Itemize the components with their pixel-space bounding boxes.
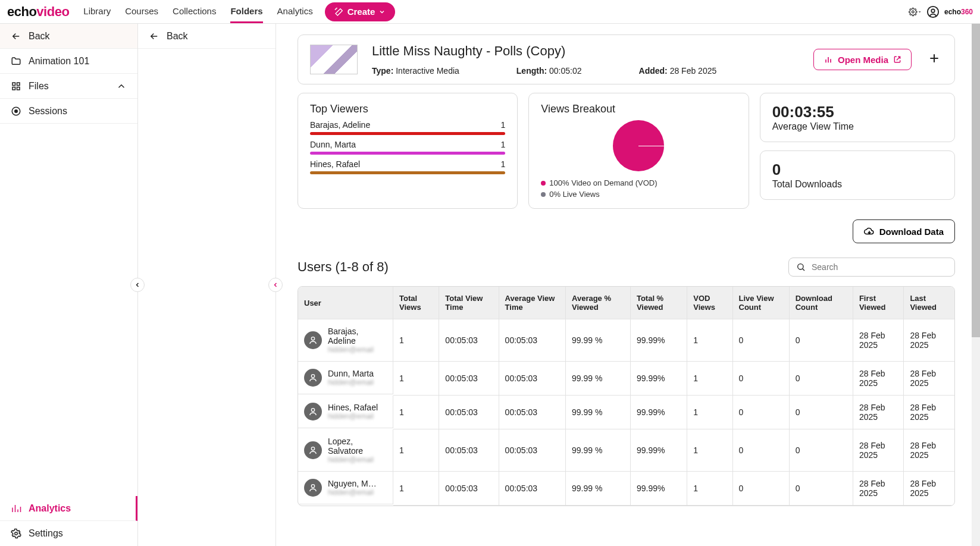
top-viewer-bar: [310, 132, 505, 135]
cell-last: 28 Feb 2025: [904, 319, 954, 362]
inner-panel: Back: [138, 24, 276, 546]
cell-vod: 1: [687, 319, 732, 362]
cell-total-views: 1: [393, 429, 439, 472]
cell-last: 28 Feb 2025: [904, 396, 954, 429]
total-downloads-value: 0: [772, 161, 943, 179]
cell-total-views: 1: [393, 362, 439, 396]
top-viewer-count: 1: [501, 120, 506, 130]
users-col-header[interactable]: VOD Views: [687, 287, 732, 319]
legend-item: 100% Video on Demand (VOD): [541, 178, 736, 187]
svg-point-15: [311, 485, 314, 488]
sidebar-item-label: Animation 101: [29, 56, 89, 67]
person-icon: [308, 483, 318, 492]
nav-collections[interactable]: Collections: [173, 0, 216, 23]
user-name: Dunn, Martahidden@email: [328, 369, 374, 387]
cell-avg-pct: 99.99 %: [566, 472, 631, 506]
user-name: Hines, Rafaelhidden@email: [328, 403, 378, 421]
add-button[interactable]: [926, 51, 943, 68]
users-col-header[interactable]: Download Count: [790, 287, 853, 319]
inner-back-label: Back: [167, 31, 188, 42]
scrollbar-thumb[interactable]: [972, 24, 980, 337]
sidebar-footer-label: Analytics: [29, 503, 71, 514]
cell-total-time: 00:05:03: [439, 362, 499, 396]
cell-avg-time: 00:05:03: [499, 319, 566, 362]
cell-tot-pct: 99.99%: [631, 429, 687, 472]
cell-tot-pct: 99.99%: [631, 319, 687, 362]
open-media-button[interactable]: Open Media: [813, 49, 912, 70]
account-button[interactable]: [926, 5, 940, 18]
logo-text-1: echo: [7, 4, 36, 19]
cell-first: 28 Feb 2025: [853, 319, 904, 362]
cell-avg-time: 00:05:03: [499, 362, 566, 396]
sidebar-item-files[interactable]: Files: [0, 74, 137, 99]
svg-rect-3: [12, 83, 15, 86]
users-col-header[interactable]: Last Viewed: [904, 287, 954, 319]
bar-chart-icon: [824, 55, 833, 64]
sidebar-footer-settings[interactable]: Settings: [0, 521, 137, 546]
cell-vod: 1: [687, 362, 732, 396]
cell-total-views: 1: [393, 319, 439, 362]
users-col-header[interactable]: Average View Time: [499, 287, 566, 319]
users-search-input[interactable]: [810, 262, 947, 272]
inner-collapse-button[interactable]: [268, 278, 283, 292]
analytics-icon: [11, 503, 21, 514]
app-logo[interactable]: echovideo: [7, 4, 69, 20]
sidebar-item-label: Files: [29, 81, 49, 92]
cell-dl: 0: [790, 362, 853, 396]
sidebar-item-sessions[interactable]: Sessions: [0, 99, 137, 124]
cell-vod: 1: [687, 396, 732, 429]
nav-library[interactable]: Library: [83, 0, 111, 23]
users-col-header[interactable]: User: [298, 287, 393, 319]
topnav: Library Courses Collections Folders Anal…: [83, 0, 312, 23]
avatar: [304, 403, 322, 421]
sidebar-back-label: Back: [29, 31, 50, 42]
stats-row: Top Viewers Barajas, Adeline1Dunn, Marta…: [298, 93, 955, 209]
sidebar-footer-analytics[interactable]: Analytics: [0, 496, 137, 521]
download-data-button[interactable]: Download Data: [853, 219, 955, 243]
users-col-header[interactable]: Total View Time: [439, 287, 499, 319]
create-button[interactable]: Create: [325, 2, 396, 21]
users-col-header[interactable]: Total Views: [393, 287, 439, 319]
settings-menu-button[interactable]: [909, 5, 922, 18]
views-breakout-title: Views Breakout: [541, 103, 736, 115]
inner-back-button[interactable]: Back: [138, 24, 275, 49]
avg-view-time-card: 00:03:55 Average View Time: [760, 93, 955, 142]
top-viewer-count: 1: [501, 140, 506, 149]
avg-view-time-label: Average View Time: [772, 121, 943, 132]
table-row[interactable]: Barajas, Adelinehidden@email100:05:0300:…: [298, 319, 954, 362]
users-col-header[interactable]: First Viewed: [853, 287, 904, 319]
users-col-header[interactable]: Average % Viewed: [566, 287, 631, 319]
create-button-label: Create: [347, 7, 375, 17]
search-icon: [796, 262, 806, 272]
legend-item: 0% Live Views: [541, 190, 736, 199]
nav-analytics[interactable]: Analytics: [277, 0, 313, 23]
cell-avg-pct: 99.99 %: [566, 396, 631, 429]
nav-courses[interactable]: Courses: [125, 0, 158, 23]
files-icon: [11, 81, 21, 92]
cell-live: 0: [733, 396, 790, 429]
user-cell: Hines, Rafaelhidden@email: [298, 396, 393, 428]
user-cell: Lopez, Salvatorehidden@email: [298, 429, 393, 472]
sidebar-back-button[interactable]: Back: [0, 24, 137, 49]
views-breakout-pie: [613, 120, 664, 171]
cell-total-time: 00:05:03: [439, 319, 499, 362]
sidebar-item-animation101[interactable]: Animation 101: [0, 49, 137, 74]
table-row[interactable]: Hines, Rafaelhidden@email100:05:0300:05:…: [298, 396, 954, 429]
cell-avg-pct: 99.99 %: [566, 429, 631, 472]
top-viewer-name: Hines, Rafael: [310, 159, 360, 169]
vertical-scrollbar[interactable]: [972, 24, 980, 546]
table-row[interactable]: Nguyen, M…hidden@email100:05:0300:05:039…: [298, 472, 954, 506]
users-col-header[interactable]: Live View Count: [733, 287, 790, 319]
svg-point-2: [931, 9, 935, 12]
legend-text: 100% Video on Demand (VOD): [549, 178, 657, 187]
person-icon: [308, 407, 318, 416]
nav-folders[interactable]: Folders: [230, 0, 262, 23]
views-breakout-card: Views Breakout 100% Video on Demand (VOD…: [528, 93, 749, 209]
table-row[interactable]: Lopez, Salvatorehidden@email100:05:0300:…: [298, 429, 954, 472]
users-col-header[interactable]: Total % Viewed: [631, 287, 687, 319]
table-row[interactable]: Dunn, Martahidden@email100:05:0300:05:03…: [298, 362, 954, 396]
svg-rect-4: [17, 83, 20, 86]
cell-avg-time: 00:05:03: [499, 396, 566, 429]
users-search[interactable]: [788, 258, 955, 277]
download-data-label: Download Data: [879, 227, 944, 237]
